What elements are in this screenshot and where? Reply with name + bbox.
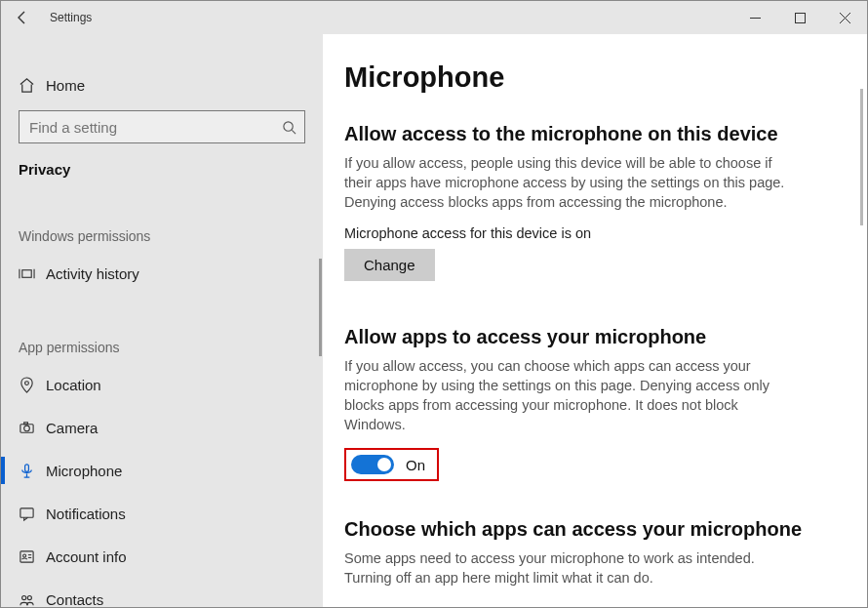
svg-point-4	[284, 121, 293, 130]
toggle-state-label: On	[406, 457, 425, 473]
svg-rect-13	[25, 464, 29, 471]
main-content: Microphone Allow access to the microphon…	[323, 34, 867, 608]
home-icon	[19, 77, 46, 94]
sidebar-item-label: Location	[46, 377, 101, 393]
minimize-button[interactable]	[732, 1, 777, 34]
sidebar-item-label: Contacts	[46, 591, 103, 608]
change-button[interactable]: Change	[344, 249, 435, 281]
activity-history-icon	[19, 265, 46, 282]
svg-point-22	[27, 595, 31, 599]
titlebar: Settings	[1, 1, 867, 34]
window-title: Settings	[50, 11, 92, 24]
maximize-button[interactable]	[777, 1, 822, 34]
sidebar-item-camera[interactable]: Camera	[1, 406, 323, 449]
sidebar-item-label: Notifications	[46, 506, 126, 522]
category-label: Privacy	[1, 157, 323, 178]
sidebar-item-microphone[interactable]: Microphone	[1, 449, 323, 492]
search-input[interactable]	[27, 118, 282, 137]
svg-rect-12	[24, 422, 28, 424]
microphone-icon	[19, 463, 46, 479]
allow-apps-toggle[interactable]	[351, 455, 394, 474]
sidebar-item-activity-history[interactable]: Activity history	[1, 252, 323, 295]
section2-description: If you allow access, you can choose whic…	[344, 356, 803, 434]
sidebar-item-location[interactable]: Location	[1, 363, 323, 406]
svg-rect-8	[22, 269, 31, 277]
back-button[interactable]	[1, 1, 44, 34]
svg-line-5	[292, 130, 296, 134]
svg-rect-1	[795, 13, 805, 22]
section1-description: If you allow access, people using this d…	[344, 153, 803, 212]
sidebar-item-label: Account info	[46, 548, 127, 565]
search-box[interactable]	[19, 110, 305, 143]
sidebar: Home Privacy Windows permissions Activit…	[1, 34, 323, 608]
search-icon	[282, 120, 296, 135]
location-icon	[19, 377, 46, 393]
device-access-status: Microphone access for this device is on	[344, 225, 859, 241]
allow-apps-toggle-wrap: On	[344, 448, 439, 481]
home-label: Home	[46, 77, 85, 94]
section1-heading: Allow access to the microphone on this d…	[344, 123, 859, 145]
svg-rect-17	[20, 550, 33, 561]
sidebar-scrollbar[interactable]	[319, 259, 322, 356]
sidebar-item-label: Microphone	[46, 463, 122, 479]
close-button[interactable]	[822, 1, 867, 34]
page-title: Microphone	[344, 61, 859, 94]
sidebar-item-contacts[interactable]: Contacts	[1, 578, 323, 608]
section3-description: Some apps need to access your microphone…	[344, 548, 803, 588]
section3-heading: Choose which apps can access your microp…	[344, 518, 859, 541]
group-header-app-permissions: App permissions	[1, 340, 323, 355]
svg-point-21	[22, 595, 26, 599]
group-header-windows-permissions: Windows permissions	[1, 228, 323, 244]
sidebar-item-notifications[interactable]: Notifications	[1, 492, 323, 535]
notifications-icon	[19, 506, 46, 522]
sidebar-item-label: Camera	[46, 420, 98, 436]
main-scrollbar[interactable]	[860, 89, 863, 225]
section2-heading: Allow apps to access your microphone	[344, 326, 859, 348]
svg-rect-16	[20, 507, 33, 516]
sidebar-item-account-info[interactable]: Account info	[1, 535, 323, 578]
sidebar-item-label: Activity history	[46, 265, 139, 282]
svg-point-9	[25, 381, 29, 385]
svg-point-18	[23, 554, 26, 557]
camera-icon	[19, 420, 46, 436]
svg-point-11	[24, 426, 30, 431]
home-nav[interactable]: Home	[1, 65, 323, 104]
contacts-icon	[19, 591, 46, 608]
account-info-icon	[19, 548, 46, 565]
